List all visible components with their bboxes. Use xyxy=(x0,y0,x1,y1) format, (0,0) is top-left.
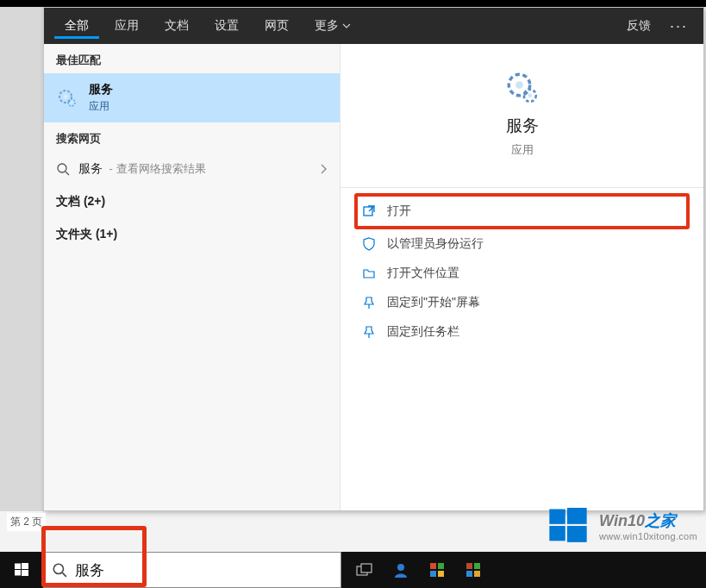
pin-taskbar-icon xyxy=(361,324,377,340)
filter-tabs: 全部 应用 文档 设置 网页 更多 反馈 ··· xyxy=(44,8,703,44)
taskbar-search[interactable] xyxy=(43,552,341,588)
svg-line-21 xyxy=(62,572,66,577)
best-match-label: 最佳匹配 xyxy=(44,44,340,73)
web-search-term: 服务 xyxy=(78,161,103,175)
windows-logo-icon xyxy=(546,504,590,548)
preview-pane: 服务 应用 打开 以管理员身份运行 xyxy=(340,44,703,510)
windows-start-icon xyxy=(14,562,29,578)
action-pin-start-label: 固定到"开始"屏幕 xyxy=(387,295,480,310)
svg-rect-17 xyxy=(22,563,28,569)
svg-rect-13 xyxy=(567,508,587,524)
svg-line-5 xyxy=(66,172,69,175)
search-web-label: 搜索网页 xyxy=(44,122,340,152)
folder-icon xyxy=(361,266,377,281)
svg-rect-10 xyxy=(364,207,372,216)
shield-icon xyxy=(361,236,377,252)
svg-point-24 xyxy=(397,564,404,571)
svg-rect-27 xyxy=(430,571,436,577)
category-folders[interactable]: 文件夹 (1+) xyxy=(44,218,340,251)
web-search-hint: - 查看网络搜索结果 xyxy=(106,162,206,175)
tab-apps[interactable]: 应用 xyxy=(104,13,149,39)
action-open-location-label: 打开文件位置 xyxy=(387,266,459,281)
app-icon xyxy=(428,561,446,579)
taskbar-app-2[interactable] xyxy=(428,560,447,579)
taskbar xyxy=(0,552,706,588)
svg-rect-29 xyxy=(466,563,472,569)
svg-rect-15 xyxy=(567,526,587,542)
svg-rect-14 xyxy=(549,526,565,541)
chevron-right-icon xyxy=(319,163,328,175)
action-pin-taskbar-label: 固定到任务栏 xyxy=(387,324,459,340)
svg-rect-19 xyxy=(22,570,28,576)
services-icon-large xyxy=(504,70,540,106)
svg-rect-26 xyxy=(438,563,444,569)
task-view-button[interactable] xyxy=(355,560,374,579)
preview-subtitle: 应用 xyxy=(341,142,703,158)
best-match-item[interactable]: 服务 应用 xyxy=(44,73,340,122)
svg-rect-28 xyxy=(438,571,444,577)
svg-rect-18 xyxy=(15,570,21,576)
tab-web[interactable]: 网页 xyxy=(254,13,299,39)
action-run-admin[interactable]: 以管理员身份运行 xyxy=(354,229,690,259)
feedback-button[interactable]: 反馈 xyxy=(618,15,659,37)
open-icon xyxy=(361,203,377,219)
results-list: 最佳匹配 服务 应用 搜索网页 xyxy=(44,44,340,510)
svg-rect-16 xyxy=(15,564,21,570)
svg-rect-12 xyxy=(549,510,565,524)
action-pin-start[interactable]: 固定到"开始"屏幕 xyxy=(354,288,690,317)
search-results-panel: 全部 应用 文档 设置 网页 更多 反馈 ··· 最佳匹配 xyxy=(43,7,704,511)
action-pin-taskbar[interactable]: 固定到任务栏 xyxy=(354,317,690,347)
app-icon xyxy=(465,561,482,579)
tab-more[interactable]: 更多 xyxy=(304,13,361,39)
action-open-location[interactable]: 打开文件位置 xyxy=(354,259,690,288)
svg-rect-31 xyxy=(466,571,472,577)
action-open[interactable]: 打开 xyxy=(354,193,690,229)
tab-settings[interactable]: 设置 xyxy=(204,13,249,39)
taskbar-app-1[interactable] xyxy=(391,560,410,579)
search-input[interactable] xyxy=(75,553,341,587)
start-button[interactable] xyxy=(0,552,43,588)
search-icon xyxy=(44,562,75,578)
best-match-title: 服务 xyxy=(89,82,113,97)
svg-point-4 xyxy=(58,164,66,172)
tab-all[interactable]: 全部 xyxy=(54,13,99,39)
svg-rect-30 xyxy=(474,563,480,569)
web-search-item[interactable]: 服务 - 查看网络搜索结果 xyxy=(44,152,340,185)
search-icon xyxy=(56,162,70,176)
action-open-label: 打开 xyxy=(387,203,411,219)
best-match-subtitle: 应用 xyxy=(89,99,113,114)
action-run-admin-label: 以管理员身份运行 xyxy=(387,236,484,252)
preview-title: 服务 xyxy=(341,115,703,137)
taskbar-icons xyxy=(355,560,483,579)
svg-point-1 xyxy=(64,94,68,98)
tab-docs[interactable]: 文档 xyxy=(154,13,199,39)
watermark: Win10之家 www.win10xitong.com xyxy=(546,504,697,548)
svg-rect-25 xyxy=(430,563,436,569)
more-options-button[interactable]: ··· xyxy=(665,16,693,37)
left-docked-strip xyxy=(0,7,43,511)
category-documents[interactable]: 文档 (2+) xyxy=(44,185,340,218)
task-view-icon xyxy=(356,563,373,577)
pin-start-icon xyxy=(361,295,377,310)
people-icon xyxy=(392,561,409,579)
watermark-url: www.win10xitong.com xyxy=(599,531,697,541)
svg-rect-32 xyxy=(474,571,480,577)
services-icon xyxy=(56,87,78,109)
svg-point-20 xyxy=(53,564,63,573)
svg-point-3 xyxy=(71,101,73,103)
svg-point-9 xyxy=(528,93,532,97)
taskbar-app-3[interactable] xyxy=(464,560,483,579)
svg-rect-23 xyxy=(361,564,372,572)
svg-point-7 xyxy=(515,81,523,89)
page-indicator: 第 2 页 xyxy=(7,513,46,531)
chevron-down-icon xyxy=(342,22,351,30)
